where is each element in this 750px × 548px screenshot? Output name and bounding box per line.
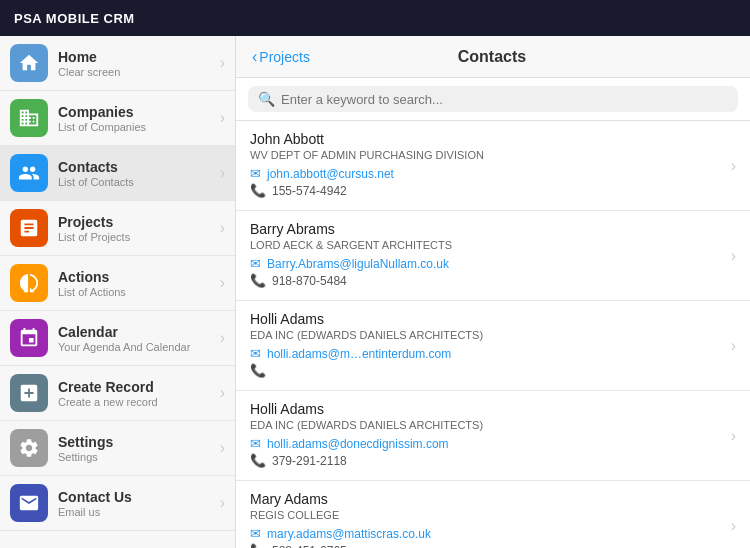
actions-icon	[10, 264, 48, 302]
contact-name: Holli Adams	[250, 311, 731, 327]
sidebar: Home Clear screen › Companies List of Co…	[0, 36, 236, 548]
sidebar-label-projects: Projects	[58, 214, 220, 230]
contact-company: REGIS COLLEGE	[250, 509, 731, 521]
search-bar: 🔍	[236, 78, 750, 121]
contact-email: holli.adams@donecdignissim.com	[267, 437, 449, 451]
sidebar-label-contact-us: Contact Us	[58, 489, 220, 505]
contact-phone: 588-451-6765	[272, 544, 347, 549]
chevron-right-icon: ›	[731, 157, 736, 175]
sidebar-item-calendar[interactable]: Calendar Your Agenda And Calendar ›	[0, 311, 235, 366]
contact-email: mary.adams@mattiscras.co.uk	[267, 527, 431, 541]
sidebar-label-contacts: Contacts	[58, 159, 220, 175]
sidebar-item-create[interactable]: Create Record Create a new record ›	[0, 366, 235, 421]
chevron-right-icon: ›	[731, 517, 736, 535]
app-header: PSA MOBILE CRM	[0, 0, 750, 36]
sidebar-sublabel-contacts: List of Contacts	[58, 176, 220, 188]
sidebar-sublabel-calendar: Your Agenda And Calendar	[58, 341, 220, 353]
contact-company: EDA INC (EDWARDS DANIELS ARCHITECTS)	[250, 329, 731, 341]
phone-icon: 📞	[250, 273, 266, 288]
contact-phone: 918-870-5484	[272, 274, 347, 288]
companies-icon	[10, 99, 48, 137]
contact-item[interactable]: Holli Adams EDA INC (EDWARDS DANIELS ARC…	[236, 301, 750, 391]
contact-name: Barry Abrams	[250, 221, 731, 237]
chevron-right-icon: ›	[731, 247, 736, 265]
sidebar-item-home[interactable]: Home Clear screen ›	[0, 36, 235, 91]
contact-phone: 379-291-2118	[272, 454, 347, 468]
sidebar-sublabel-create: Create a new record	[58, 396, 220, 408]
email-icon: ✉	[250, 436, 261, 451]
sidebar-item-contact-us[interactable]: Contact Us Email us ›	[0, 476, 235, 531]
search-input-wrap[interactable]: 🔍	[248, 86, 738, 112]
email-icon: ✉	[250, 256, 261, 271]
contact-email: Barry.Abrams@ligulaNullam.co.uk	[267, 257, 449, 271]
chevron-right-icon: ›	[731, 337, 736, 355]
contact-phone: 155-574-4942	[272, 184, 347, 198]
contact-item[interactable]: Holli Adams EDA INC (EDWARDS DANIELS ARC…	[236, 391, 750, 481]
search-input[interactable]	[281, 92, 728, 107]
sidebar-label-create: Create Record	[58, 379, 220, 395]
sidebar-sublabel-home: Clear screen	[58, 66, 220, 78]
contacts-icon	[10, 154, 48, 192]
contact-email: john.abbott@cursus.net	[267, 167, 394, 181]
phone-icon: 📞	[250, 543, 266, 548]
contact-list: John Abbott WV DEPT OF ADMIN PURCHASING …	[236, 121, 750, 548]
search-icon: 🔍	[258, 91, 275, 107]
back-button[interactable]: ‹ Projects	[252, 48, 310, 66]
main-layout: Home Clear screen › Companies List of Co…	[0, 36, 750, 548]
contact-item[interactable]: Barry Abrams LORD AECK & SARGENT ARCHITE…	[236, 211, 750, 301]
chevron-right-icon: ›	[220, 329, 225, 347]
sidebar-sublabel-actions: List of Actions	[58, 286, 220, 298]
content-area: ‹ Projects Contacts 🔍 John Abbott WV DEP…	[236, 36, 750, 548]
email-icon: ✉	[250, 526, 261, 541]
settings-icon	[10, 429, 48, 467]
email-icon: ✉	[250, 166, 261, 181]
create-icon	[10, 374, 48, 412]
phone-icon: 📞	[250, 453, 266, 468]
chevron-right-icon: ›	[220, 54, 225, 72]
sidebar-label-settings: Settings	[58, 434, 220, 450]
contact-company: WV DEPT OF ADMIN PURCHASING DIVISION	[250, 149, 731, 161]
contact-item[interactable]: Mary Adams REGIS COLLEGE ✉ mary.adams@ma…	[236, 481, 750, 548]
chevron-right-icon: ›	[220, 274, 225, 292]
email-icon: ✉	[250, 346, 261, 361]
projects-icon	[10, 209, 48, 247]
sidebar-sublabel-companies: List of Companies	[58, 121, 220, 133]
contact-name: John Abbott	[250, 131, 731, 147]
sidebar-label-actions: Actions	[58, 269, 220, 285]
contact-company: EDA INC (EDWARDS DANIELS ARCHITECTS)	[250, 419, 731, 431]
sidebar-item-projects[interactable]: Projects List of Projects ›	[0, 201, 235, 256]
sidebar-item-contacts[interactable]: Contacts List of Contacts ›	[0, 146, 235, 201]
sidebar-item-actions[interactable]: Actions List of Actions ›	[0, 256, 235, 311]
contact-item[interactable]: John Abbott WV DEPT OF ADMIN PURCHASING …	[236, 121, 750, 211]
back-label[interactable]: Projects	[259, 49, 310, 65]
sidebar-item-companies[interactable]: Companies List of Companies ›	[0, 91, 235, 146]
chevron-right-icon: ›	[220, 219, 225, 237]
page-title: Contacts	[310, 48, 674, 66]
chevron-right-icon: ›	[220, 494, 225, 512]
back-chevron-icon: ‹	[252, 48, 257, 66]
chevron-right-icon: ›	[220, 109, 225, 127]
chevron-right-icon: ›	[731, 427, 736, 445]
sidebar-sublabel-projects: List of Projects	[58, 231, 220, 243]
chevron-right-icon: ›	[220, 439, 225, 457]
content-header: ‹ Projects Contacts	[236, 36, 750, 78]
app-title: PSA MOBILE CRM	[14, 11, 135, 26]
contact-email: holli.adams@m…entinterdum.com	[267, 347, 451, 361]
home-icon	[10, 44, 48, 82]
sidebar-label-home: Home	[58, 49, 220, 65]
sidebar-sublabel-settings: Settings	[58, 451, 220, 463]
phone-icon: 📞	[250, 363, 266, 378]
contact-us-icon	[10, 484, 48, 522]
contact-name: Holli Adams	[250, 401, 731, 417]
phone-icon: 📞	[250, 183, 266, 198]
chevron-right-icon: ›	[220, 164, 225, 182]
sidebar-label-companies: Companies	[58, 104, 220, 120]
contact-name: Mary Adams	[250, 491, 731, 507]
contact-company: LORD AECK & SARGENT ARCHITECTS	[250, 239, 731, 251]
sidebar-item-settings[interactable]: Settings Settings ›	[0, 421, 235, 476]
calendar-icon	[10, 319, 48, 357]
sidebar-label-calendar: Calendar	[58, 324, 220, 340]
sidebar-sublabel-contact-us: Email us	[58, 506, 220, 518]
chevron-right-icon: ›	[220, 384, 225, 402]
